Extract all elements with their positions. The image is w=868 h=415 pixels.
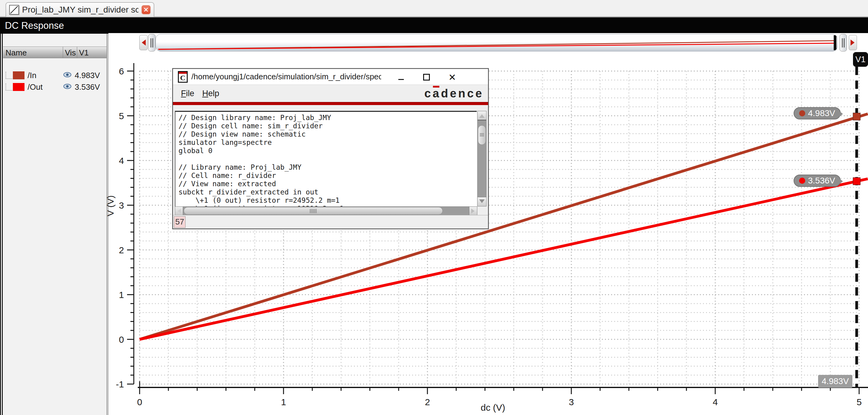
cursor-callout-value: 3.536V xyxy=(808,176,835,186)
column-header-vis: Vis xyxy=(63,47,77,58)
svg-text:5: 5 xyxy=(119,111,124,121)
right-arrow-icon xyxy=(471,209,477,213)
netlist-text-area[interactable]: // Design library name: Proj_lab_JMY // … xyxy=(175,111,477,206)
plot-window-icon xyxy=(9,5,19,15)
horizontal-scrollbar[interactable] xyxy=(175,206,477,215)
overview-left-handle[interactable] xyxy=(148,34,156,52)
cadence-logo: cadence xyxy=(424,87,484,100)
tab-close-icon[interactable]: ✕ xyxy=(142,5,151,14)
maximize-icon xyxy=(423,74,430,81)
svg-text:6: 6 xyxy=(119,66,124,76)
svg-text:5: 5 xyxy=(857,397,862,407)
overview-slider-track[interactable] xyxy=(156,34,838,52)
y-axis-title: V (V) xyxy=(105,180,116,232)
netlist-window-title: /home/youngj1/cadence/simulation/sim_r_d… xyxy=(191,72,381,82)
tab-dc-response[interactable]: Proj_lab_JMY sim_r_divider schem... ✕ xyxy=(5,2,154,17)
right-arrow-icon xyxy=(850,39,858,46)
close-icon: ✕ xyxy=(448,72,456,83)
grip-icon xyxy=(310,209,317,213)
horizontal-scrollbar-thumb[interactable] xyxy=(184,207,443,215)
overview-cursor-mark[interactable] xyxy=(834,35,836,50)
trace-color-swatch[interactable] xyxy=(13,83,25,91)
overview-scroll-left-button[interactable] xyxy=(139,35,148,50)
svg-text:2: 2 xyxy=(119,245,124,255)
svg-text:3: 3 xyxy=(119,200,124,210)
cursor-v1-badge[interactable]: V1 xyxy=(853,52,868,67)
red-divider-rule xyxy=(173,102,488,105)
svg-text:2: 2 xyxy=(425,397,430,407)
close-button[interactable]: ✕ xyxy=(447,72,458,82)
minimize-icon xyxy=(398,79,404,80)
trace-color-swatch[interactable] xyxy=(13,71,25,79)
line-count-badge: 57 xyxy=(174,216,186,228)
tree-elbow-icon xyxy=(5,83,12,91)
visibility-eye-icon[interactable] xyxy=(63,72,72,79)
cursor-callout-in[interactable]: 4.983V xyxy=(794,107,841,119)
column-header-name: Name xyxy=(3,47,63,58)
svg-text:3: 3 xyxy=(569,397,574,407)
visibility-eye-icon[interactable] xyxy=(63,83,72,91)
marker-dot-icon xyxy=(799,178,805,184)
menu-file[interactable]: File xyxy=(181,89,194,98)
cadence-app-icon: C xyxy=(178,71,188,83)
left-arrow-icon xyxy=(175,209,181,213)
cursor-value: 4.983V xyxy=(75,71,100,80)
cursor-value: 3.536V xyxy=(75,82,100,92)
netlist-viewer-window[interactable]: C /home/youngj1/cadence/simulation/sim_r… xyxy=(173,68,489,229)
window-frame-edge xyxy=(0,34,3,415)
scroll-up-button[interactable] xyxy=(477,111,486,120)
up-arrow-icon xyxy=(479,112,485,118)
netlist-window-titlebar[interactable]: C /home/youngj1/cadence/simulation/sim_r… xyxy=(173,69,488,85)
signal-name[interactable]: /In xyxy=(28,71,63,80)
cursor-x-value-label: 4.983V xyxy=(818,375,852,388)
grip-icon xyxy=(151,38,153,48)
grip-icon xyxy=(480,133,484,137)
vertical-scrollbar[interactable] xyxy=(477,111,487,206)
minimize-button[interactable] xyxy=(396,72,406,82)
menu-help[interactable]: Help xyxy=(203,89,219,98)
vertical-scrollbar-thumb[interactable] xyxy=(478,125,486,145)
tab-label: Proj_lab_JMY sim_r_divider schem... xyxy=(22,5,138,15)
netlist-menubar: File Help cadence xyxy=(173,85,488,102)
cursor-callout-out[interactable]: 3.536V xyxy=(794,175,841,187)
scroll-right-button[interactable] xyxy=(469,207,477,215)
svg-text:1: 1 xyxy=(119,290,124,300)
svg-text:0: 0 xyxy=(137,397,143,407)
window-title-bar: DC Response xyxy=(0,17,868,34)
netlist-content: // Design library name: Proj_lab_JMY // … xyxy=(173,105,488,229)
svg-text:0: 0 xyxy=(119,334,124,345)
overview-right-handle[interactable] xyxy=(839,34,847,52)
svg-text:1: 1 xyxy=(281,397,286,407)
marker-dot-icon xyxy=(799,110,805,116)
overview-scroll-right-button[interactable] xyxy=(849,35,857,50)
svg-text:-1: -1 xyxy=(116,379,124,389)
left-arrow-icon xyxy=(139,39,146,46)
maximize-button[interactable] xyxy=(421,72,432,82)
page-title: DC Response xyxy=(0,20,64,31)
signal-table-header: Name Vis V1 xyxy=(3,47,106,58)
signal-name[interactable]: /Out xyxy=(28,82,63,92)
tree-elbow-icon xyxy=(5,72,12,79)
tab-bar: Proj_lab_JMY sim_r_divider schem... ✕ xyxy=(0,0,868,17)
scroll-down-button[interactable] xyxy=(477,197,486,206)
x-axis-title: dc (V) xyxy=(459,403,527,413)
svg-text:4: 4 xyxy=(713,397,718,407)
netlist-statusbar: 57 xyxy=(173,215,488,229)
grip-icon xyxy=(842,38,844,48)
signal-row-in[interactable]: /In 4.983V xyxy=(3,70,106,81)
signal-row-out[interactable]: /Out 3.536V xyxy=(3,82,106,92)
overview-mini-traces xyxy=(156,34,837,51)
scroll-left-button[interactable] xyxy=(175,207,183,215)
netlist-text: // Design library name: Proj_lab_JMY // … xyxy=(179,114,474,206)
svg-text:4: 4 xyxy=(119,156,124,166)
cursor-callout-value: 4.983V xyxy=(808,109,835,118)
down-arrow-icon xyxy=(479,199,485,206)
column-header-v1: V1 xyxy=(77,47,106,58)
